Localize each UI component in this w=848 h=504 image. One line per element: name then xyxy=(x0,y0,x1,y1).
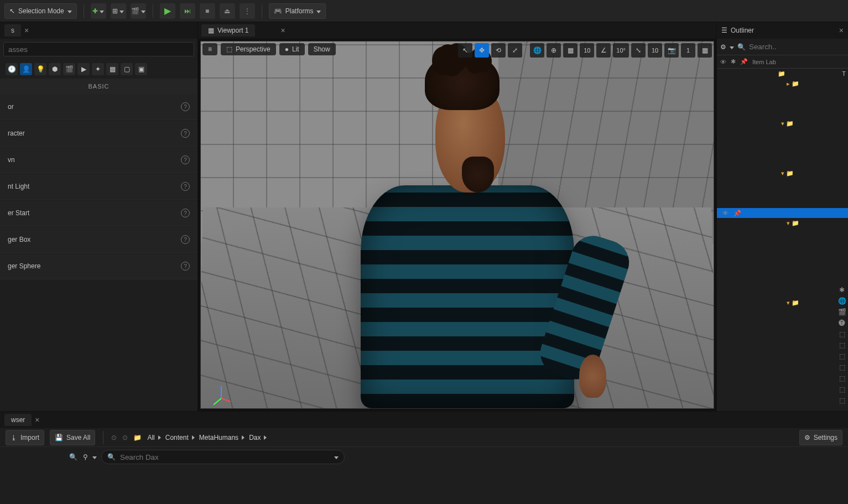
pin-col-icon[interactable]: 📌 xyxy=(740,58,748,65)
tree-row[interactable] xyxy=(717,128,848,138)
visibility-col-icon[interactable]: 👁 xyxy=(720,59,726,65)
pin-col-icon[interactable]: ✱ xyxy=(731,58,736,65)
filter-lights-icon[interactable]: 💡 xyxy=(34,63,46,75)
list-item[interactable]: or? xyxy=(0,94,197,120)
tree-row[interactable] xyxy=(717,138,848,148)
tree-row[interactable] xyxy=(717,188,848,198)
browser-search-box[interactable]: 🔍 xyxy=(101,450,345,464)
camera-speed-value[interactable]: 1 xyxy=(681,43,695,58)
platforms-button[interactable]: 🎮 Platforms xyxy=(269,3,326,19)
pin-icon[interactable]: 📌 xyxy=(732,210,742,217)
tree-row[interactable] xyxy=(717,108,848,118)
tree-row[interactable] xyxy=(717,148,848,158)
list-item[interactable]: vn? xyxy=(0,147,197,173)
camera-speed-button[interactable]: 📷 xyxy=(664,43,679,58)
filter-volumes-icon[interactable]: ✦ xyxy=(92,63,104,75)
place-actors-tab[interactable]: s xyxy=(4,24,21,37)
tree-row[interactable]: ▾ 📁 xyxy=(717,218,848,228)
filter-cinema-icon[interactable]: 🎬 xyxy=(63,63,75,75)
eject-button[interactable]: ⏏ xyxy=(220,3,235,19)
rotate-tool-button[interactable]: ⟲ xyxy=(491,43,506,58)
tree-row[interactable] xyxy=(717,178,848,188)
list-item[interactable]: ger Box? xyxy=(0,227,197,253)
browser-search-input[interactable] xyxy=(120,453,330,461)
step-button[interactable]: ⏭ xyxy=(180,3,195,19)
close-icon[interactable]: × xyxy=(35,415,39,424)
viewport-tab[interactable]: ▦ Viewport 1 xyxy=(201,24,255,37)
info-icon[interactable]: ? xyxy=(181,129,190,138)
close-icon[interactable]: × xyxy=(24,26,29,35)
coordinate-space-button[interactable]: 🌐 xyxy=(530,43,544,58)
outliner-tab[interactable]: ☰ Outliner × xyxy=(717,22,848,39)
filter-icon[interactable]: ⚙ xyxy=(720,43,726,51)
tree-row[interactable] xyxy=(717,89,848,98)
info-icon[interactable]: ? xyxy=(181,155,190,164)
import-button[interactable]: ⭳ Import xyxy=(6,430,44,445)
content-browser-tab[interactable]: wser xyxy=(4,414,32,426)
visibility-icon[interactable]: 👁 xyxy=(720,210,730,216)
blueprint-button[interactable]: ⊞ xyxy=(111,3,126,19)
tree-row[interactable] xyxy=(717,268,848,278)
save-all-button[interactable]: 💾 Save All xyxy=(50,430,95,445)
close-icon[interactable]: × xyxy=(280,26,285,35)
folder-icon[interactable]: 📁 xyxy=(133,434,142,441)
viewport-layout-button[interactable]: ▦ xyxy=(698,43,712,58)
tree-row[interactable]: ▾ 📁 xyxy=(717,168,848,178)
info-icon[interactable]: ? xyxy=(181,102,190,111)
settings-button[interactable]: ⚙ Settings xyxy=(799,430,842,445)
chevron-down-icon[interactable] xyxy=(92,453,97,461)
tree-row[interactable]: ▾ 📁 xyxy=(717,298,848,308)
play-button[interactable]: ▶ xyxy=(160,3,175,19)
search-icon[interactable]: 🔍 xyxy=(69,453,77,461)
list-item[interactable]: nt Light? xyxy=(0,174,197,200)
scale-snap-value[interactable]: 10 xyxy=(648,43,662,58)
info-icon[interactable]: ? xyxy=(181,209,190,217)
list-item[interactable]: er Start? xyxy=(0,200,197,226)
crumb-content[interactable]: Content xyxy=(165,434,195,441)
filter-basic-icon[interactable]: 👤 xyxy=(20,63,32,75)
add-content-button[interactable]: ✚ xyxy=(91,3,106,19)
info-icon[interactable]: ? xyxy=(181,182,190,191)
stop-button[interactable]: ■ xyxy=(200,3,215,19)
tree-row[interactable] xyxy=(717,248,848,258)
translate-tool-button[interactable]: ✥ xyxy=(475,43,489,58)
show-button[interactable]: Show xyxy=(308,43,336,55)
viewport-3d-view[interactable] xyxy=(200,41,714,409)
filter-visual-icon[interactable]: ▶ xyxy=(77,63,90,75)
select-tool-button[interactable]: ↖ xyxy=(458,43,472,58)
outliner-search-input[interactable] xyxy=(749,43,845,51)
tree-row[interactable]: 📁T xyxy=(717,69,848,79)
item-col-label[interactable]: Item Lab xyxy=(752,59,776,65)
list-item[interactable]: ger Sphere? xyxy=(0,253,197,279)
perspective-button[interactable]: ⬚Perspective xyxy=(221,43,276,55)
history-back-button[interactable]: ⊙ xyxy=(111,434,117,441)
surface-snap-button[interactable]: ⊕ xyxy=(547,43,561,58)
play-options-button[interactable]: ⋮ xyxy=(240,3,255,19)
filter-shapes-icon[interactable]: ⬢ xyxy=(49,63,61,75)
outliner-tree[interactable]: 📁T ▸ 📁 ▾ 📁 ▾ 📁 👁📌 ▾ 📁 ▾ 📁 xyxy=(717,69,848,411)
crumb-all[interactable]: All xyxy=(147,434,160,441)
history-fwd-button[interactable]: ⊙ xyxy=(122,434,128,441)
tree-row[interactable] xyxy=(717,258,848,268)
grid-snap-button[interactable]: ▦ xyxy=(563,43,578,58)
filter-recent-icon[interactable]: 🕘 xyxy=(6,63,18,75)
place-actors-search-input[interactable] xyxy=(3,42,194,56)
crumb-dax[interactable]: Dax xyxy=(249,434,267,441)
tree-row[interactable] xyxy=(717,228,848,238)
chevron-down-icon[interactable] xyxy=(334,453,339,461)
tree-row[interactable]: ▾ 📁 xyxy=(717,118,848,128)
info-icon[interactable]: ? xyxy=(181,235,190,244)
grid-snap-value[interactable]: 10 xyxy=(580,43,594,58)
tree-row[interactable] xyxy=(717,278,848,288)
lit-mode-button[interactable]: ●Lit xyxy=(279,43,305,55)
angle-snap-value[interactable]: 10° xyxy=(613,43,629,58)
filter-media-icon[interactable]: ▣ xyxy=(135,63,147,75)
list-item[interactable]: racter? xyxy=(0,121,197,147)
crumb-metahumans[interactable]: MetaHumans xyxy=(199,434,244,441)
scale-snap-button[interactable]: ⤡ xyxy=(631,43,646,58)
viewport-menu-button[interactable]: ≡ xyxy=(202,43,217,55)
tree-row[interactable]: ▸ 📁 xyxy=(717,79,848,89)
tree-row[interactable] xyxy=(717,198,848,208)
tree-row[interactable] xyxy=(717,288,848,298)
selection-mode-button[interactable]: ↖ Selection Mode xyxy=(4,3,77,19)
